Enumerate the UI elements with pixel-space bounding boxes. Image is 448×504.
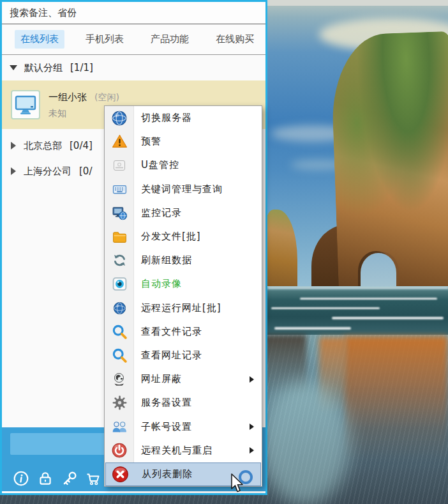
menu-item-label: 网址屏蔽	[141, 373, 182, 385]
menu-item-keyword-management[interactable]: 关键词管理与查询	[105, 178, 262, 201]
globe-icon	[105, 110, 134, 126]
menu-item-switch-server[interactable]: 切换服务器	[105, 106, 262, 130]
search-input[interactable]: 搜索备注、省份	[2, 2, 265, 24]
client-name: 一组小张	[49, 91, 87, 103]
wave-foam	[271, 307, 380, 309]
wave-foam	[268, 287, 448, 289]
menu-item-label: 监控记录	[141, 207, 182, 219]
menu-item-url-block[interactable]: 网址屏蔽	[105, 367, 262, 391]
menu-item-label: 从列表删除	[142, 468, 193, 480]
camera-lens-icon	[105, 276, 134, 292]
mouse-cursor-icon	[230, 473, 244, 496]
group-count: [1/1]	[70, 62, 93, 73]
window-top-strip	[267, 0, 448, 6]
key-icon[interactable]	[61, 470, 78, 487]
magnifier-icon	[105, 324, 134, 340]
lock-icon[interactable]	[37, 470, 54, 487]
sky-reflection	[260, 381, 350, 504]
magnifier-icon	[105, 347, 134, 363]
gear-icon	[105, 395, 134, 411]
cliff-reflection	[345, 336, 448, 461]
menu-item-remote-shutdown[interactable]: 远程关机与重启	[105, 439, 262, 462]
search-placeholder: 搜索备注、省份	[10, 7, 77, 19]
menu-items: 切换服务器预警U盘管控关键词管理与查询监控记录分发文件[批]刷新组数据自动录像远…	[105, 106, 262, 486]
power-icon	[105, 442, 134, 459]
tab-bar: 在线列表手机列表产品功能在线购买	[2, 24, 265, 55]
submenu-arrow-icon	[250, 376, 254, 383]
tab-online-purchase[interactable]: 在线购买	[210, 30, 260, 49]
chevron-right-icon	[11, 167, 16, 175]
bottom-icon-bar	[13, 470, 102, 487]
menu-item-label: 查看网址记录	[141, 349, 202, 362]
menu-item-alert[interactable]: 预警	[105, 130, 262, 153]
wave-foam	[274, 327, 351, 330]
menu-item-label: 分发文件[批]	[141, 231, 201, 243]
info-icon[interactable]	[13, 470, 29, 487]
folder-icon	[105, 229, 134, 245]
menu-item-auto-record[interactable]: 自动录像	[105, 272, 262, 296]
cart-icon[interactable]	[86, 470, 102, 487]
submenu-arrow-icon	[250, 424, 254, 430]
menu-item-usb-control[interactable]: U盘管控	[105, 153, 262, 177]
group-label: 上海分公司	[24, 165, 71, 178]
menu-item-label: 关键词管理与查询	[141, 183, 223, 195]
menu-item-label: 查看文件记录	[141, 326, 202, 338]
computer-icon	[11, 90, 40, 119]
menu-item-label: 子帐号设置	[141, 421, 192, 433]
menu-item-refresh-group[interactable]: 刷新组数据	[105, 248, 262, 272]
menu-item-subaccount-settings[interactable]: 子帐号设置	[105, 415, 262, 438]
client-status: (空闲)	[94, 92, 119, 102]
tab-product-features[interactable]: 产品功能	[145, 30, 195, 49]
menu-item-label: 服务器设置	[141, 397, 192, 409]
wave-foam	[300, 298, 437, 300]
keyboard-icon	[105, 181, 134, 197]
group-count: [0/4]	[70, 140, 93, 151]
warning-icon	[105, 134, 134, 149]
globe-block-icon	[105, 372, 134, 387]
group-label: 默认分组	[24, 62, 63, 74]
usb-drive-icon	[105, 158, 134, 173]
menu-item-remote-open-url[interactable]: 远程运行网址[批]	[105, 296, 262, 320]
tab-online-list[interactable]: 在线列表	[15, 30, 64, 49]
group-label: 北京总部	[24, 140, 62, 152]
tree-group-default[interactable]: 默认分组 [1/1]	[2, 55, 265, 80]
context-menu: 切换服务器预警U盘管控关键词管理与查询监控记录分发文件[批]刷新组数据自动录像远…	[104, 105, 262, 487]
menu-item-label: U盘管控	[141, 159, 179, 171]
chevron-down-icon	[10, 65, 17, 70]
menu-item-server-settings[interactable]: 服务器设置	[105, 391, 262, 415]
tab-phone-list[interactable]: 手机列表	[80, 30, 130, 49]
users-icon	[105, 418, 134, 435]
globe-small-icon	[105, 301, 134, 316]
chevron-right-icon	[11, 142, 16, 149]
menu-item-label: 刷新组数据	[141, 254, 192, 266]
menu-item-label: 自动录像	[141, 278, 182, 290]
menu-item-view-file-records[interactable]: 查看文件记录	[105, 320, 262, 344]
menu-item-distribute-files[interactable]: 分发文件[批]	[105, 225, 262, 248]
menu-item-label: 预警	[141, 135, 161, 148]
menu-item-view-url-records[interactable]: 查看网址记录	[105, 344, 262, 367]
submenu-arrow-icon	[250, 447, 254, 454]
menu-item-label: 远程关机与重启	[141, 445, 213, 457]
menu-item-label: 远程运行网址[批]	[141, 302, 221, 314]
menu-item-label: 切换服务器	[141, 112, 192, 124]
delete-icon	[105, 466, 135, 483]
menu-item-monitor-records[interactable]: 监控记录	[105, 201, 262, 225]
group-count: [0/	[79, 165, 92, 177]
screen: 搜索备注、省份 在线列表手机列表产品功能在线购买 默认分组 [1/1] 一组小张…	[0, 0, 448, 504]
wave-foam	[332, 317, 444, 319]
refresh-icon	[105, 252, 134, 268]
monitor-globe-icon	[105, 205, 134, 221]
